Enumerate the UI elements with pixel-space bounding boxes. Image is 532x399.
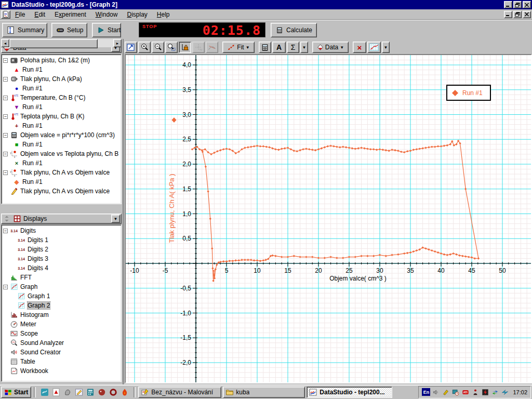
quicklaunch-icon-2[interactable]	[51, 388, 61, 397]
menu-experiment[interactable]: Experiment	[50, 10, 91, 19]
data-hscrollbar[interactable]: ◄ ►	[1, 39, 122, 47]
quicklaunch-icon-6[interactable]	[97, 388, 107, 397]
scroll-right-icon[interactable]: ►	[113, 39, 122, 47]
run-item[interactable]: ▼Run #1	[2, 102, 121, 112]
display-tree-item[interactable]: Sound Analyzer	[2, 338, 121, 348]
volume-icon[interactable]	[432, 388, 440, 396]
menu-edit[interactable]: Edit	[30, 10, 50, 19]
data-tree-item[interactable]: −KTDTemperature, Ch B (°C)	[2, 93, 121, 102]
run-item[interactable]: ×Run #1	[2, 158, 121, 168]
quicklaunch-icon-8[interactable]	[120, 388, 129, 397]
data-series-run1[interactable]	[192, 141, 478, 281]
tray-icon-power[interactable]	[481, 388, 489, 396]
menu-display[interactable]: Display	[122, 10, 152, 19]
menu-window[interactable]: Window	[91, 10, 123, 19]
child-minimize-button[interactable]	[504, 11, 512, 18]
displays-dropdown-arrow[interactable]: ▼	[111, 215, 120, 223]
quicklaunch-icon-1[interactable]	[40, 388, 49, 397]
zoom-select-button[interactable]	[165, 42, 178, 53]
expander-icon[interactable]: −	[3, 77, 8, 82]
run-item[interactable]: ▲Run #1	[2, 65, 121, 74]
task-folder-kuba[interactable]: kuba	[223, 387, 305, 398]
tray-icon-pen[interactable]	[442, 388, 450, 396]
expander-icon[interactable]: −	[3, 114, 8, 119]
expander-icon[interactable]: −	[3, 96, 8, 100]
run-item[interactable]: ◆Run #1	[2, 177, 121, 187]
scale-to-fit-button[interactable]	[125, 42, 137, 53]
child-close-button[interactable]	[523, 11, 531, 18]
menu-file[interactable]: File	[10, 10, 30, 19]
display-tree-item[interactable]: Sound Creator	[2, 348, 121, 357]
tray-icon-red-figure[interactable]	[471, 388, 480, 396]
minimize-button[interactable]	[504, 1, 512, 8]
restore-button[interactable]	[513, 1, 522, 8]
quicklaunch-icon-5[interactable]	[86, 388, 95, 397]
calculate-button[interactable]: Calculate	[271, 23, 317, 37]
smart-tool-button[interactable]: xy	[192, 42, 205, 53]
display-child-item[interactable]: 3.14Digits 1	[2, 235, 121, 245]
zoom-in-button[interactable]	[138, 42, 151, 53]
expander-icon[interactable]: −	[3, 152, 8, 156]
quicklaunch-icon-4[interactable]	[74, 388, 84, 397]
data-tree-item[interactable]: −Poloha pistu, Ch 1&2 (m)	[2, 56, 121, 65]
displays-panel-header[interactable]: Displays ▼	[1, 214, 122, 224]
data-tree-item[interactable]: −Tlak plynu, Ch A (kPa)	[2, 74, 121, 84]
expander-icon[interactable]: −	[3, 133, 8, 138]
data-tree-item[interactable]: −yxTlak plynu, Ch A vs Objem valce	[2, 168, 121, 177]
graph-settings-arrow[interactable]: ▼	[382, 42, 390, 53]
lock-axes-button[interactable]	[179, 42, 191, 53]
expander-icon[interactable]: −	[3, 229, 8, 233]
task-datastudio[interactable]: DataStudio - tepl200...	[307, 387, 392, 398]
run-item[interactable]: +Run #1	[2, 121, 121, 130]
data-dropdown[interactable]: Data ▼	[312, 42, 349, 53]
display-child-item[interactable]: Graph 1	[2, 291, 121, 301]
tray-icon-scheduler[interactable]	[451, 388, 460, 396]
expander-icon[interactable]: −	[3, 285, 8, 289]
text-tool-button[interactable]: A	[272, 42, 286, 53]
taskbar-clock[interactable]: 17:02	[513, 389, 527, 395]
tray-icon-ati[interactable]: ATI	[461, 388, 470, 396]
summary-button[interactable]: Summary	[2, 23, 47, 37]
data-tree-item[interactable]: −Objem valce = pi*r*r*y*100 (cm^3)	[2, 130, 121, 140]
start-menu-button[interactable]: Start	[1, 387, 31, 398]
setup-button[interactable]: Setup	[51, 23, 87, 37]
tray-icon-connection[interactable]	[501, 388, 509, 396]
expander-icon[interactable]: −	[3, 58, 8, 63]
display-tree-item[interactable]: Histogram	[2, 310, 121, 320]
graph-settings-button[interactable]	[367, 42, 381, 53]
language-indicator[interactable]: En	[422, 388, 430, 396]
title-bar[interactable]: DataStudio - tepl200g.ds - [Graph 2]	[0, 0, 532, 9]
tray-icon-network[interactable]	[491, 388, 499, 396]
child-restore-button[interactable]	[513, 11, 522, 18]
quicklaunch-icon-7[interactable]	[109, 388, 118, 397]
data-tree-item[interactable]: −KTDTeplota plynu, Ch B (K)	[2, 112, 121, 121]
graph-display[interactable]: -10-551015202530354045504,03,53,02,52,01…	[125, 54, 532, 383]
grip-icon[interactable]	[3, 215, 11, 223]
display-tree-item[interactable]: Table	[2, 357, 121, 366]
quicklaunch-icon-3[interactable]	[63, 388, 72, 397]
data-tree-item[interactable]: −yxObjem valce vs Teplota plynu, Ch B	[2, 149, 121, 158]
display-child-item[interactable]: 3.14Digits 4	[2, 263, 121, 273]
display-tree-item[interactable]: Scope	[2, 329, 121, 338]
display-tree-item[interactable]: −3.14Digits	[2, 226, 121, 235]
display-child-item[interactable]: Graph 2	[2, 301, 121, 310]
start-button[interactable]: Start	[92, 23, 121, 37]
fit-dropdown[interactable]: Fit ▼	[222, 42, 255, 53]
zoom-out-button[interactable]	[152, 42, 164, 53]
menu-help[interactable]: Help	[152, 10, 175, 19]
slope-tool-button[interactable]	[206, 42, 218, 53]
display-child-item[interactable]: 3.14Digits 2	[2, 245, 121, 254]
display-tree-item[interactable]: Meter	[2, 320, 121, 329]
run-item[interactable]: ●Run #1	[2, 84, 121, 93]
statistics-button[interactable]: Σ	[287, 42, 299, 53]
expander-icon[interactable]: −	[3, 170, 8, 175]
chart-canvas[interactable]: -10-551015202530354045504,03,53,02,52,01…	[126, 55, 531, 382]
scroll-left-icon[interactable]: ◄	[1, 39, 9, 47]
delete-button[interactable]: ×	[353, 42, 366, 53]
display-tree-item[interactable]: Workbook	[2, 366, 121, 376]
display-child-item[interactable]: 3.14Digits 3	[2, 254, 121, 263]
scroll-thumb[interactable]	[9, 39, 98, 48]
statistics-arrow[interactable]: ▼	[300, 42, 308, 53]
run-item[interactable]: ■Run #1	[2, 140, 121, 149]
close-button[interactable]	[523, 1, 531, 8]
